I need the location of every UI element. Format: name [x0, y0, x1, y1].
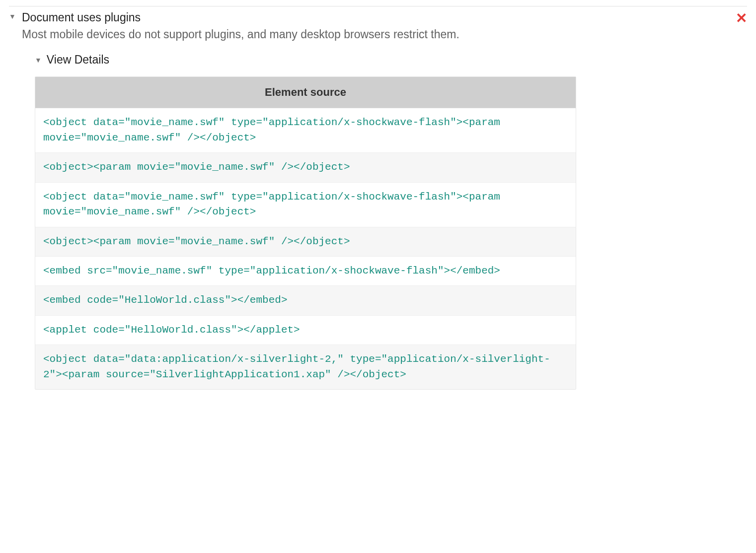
- view-details-label: View Details: [47, 53, 109, 67]
- chevron-down-icon: ▼: [35, 57, 42, 64]
- audit-title: Document uses plugins: [22, 9, 725, 25]
- element-source-table: Element source <object data="movie_name.…: [35, 76, 576, 390]
- view-details-toggle[interactable]: ▼ View Details: [35, 53, 725, 67]
- table-row: <embed code="HelloWorld.class"></embed>: [35, 285, 576, 315]
- collapse-toggle-icon[interactable]: ▼: [9, 13, 16, 20]
- table-row: <object data="data:application/x-silverl…: [35, 345, 576, 389]
- table-row: <object><param movie="movie_name.swf" />…: [35, 227, 576, 256]
- audit-item: ▼ Document uses plugins Most mobile devi…: [9, 9, 747, 390]
- audit-description: Most mobile devices do not support plugi…: [22, 26, 725, 42]
- table-row: <applet code="HelloWorld.class"></applet…: [35, 315, 576, 345]
- table-row: <object data="movie_name.swf" type="appl…: [35, 108, 576, 152]
- section-divider: [9, 6, 747, 6]
- table-row: <object data="movie_name.swf" type="appl…: [35, 182, 576, 227]
- fail-status-icon: ✕: [736, 11, 747, 25]
- table-header: Element source: [35, 77, 576, 108]
- table-row: <object><param movie="movie_name.swf" />…: [35, 152, 576, 182]
- table-row: <embed src="movie_name.swf" type="applic…: [35, 256, 576, 285]
